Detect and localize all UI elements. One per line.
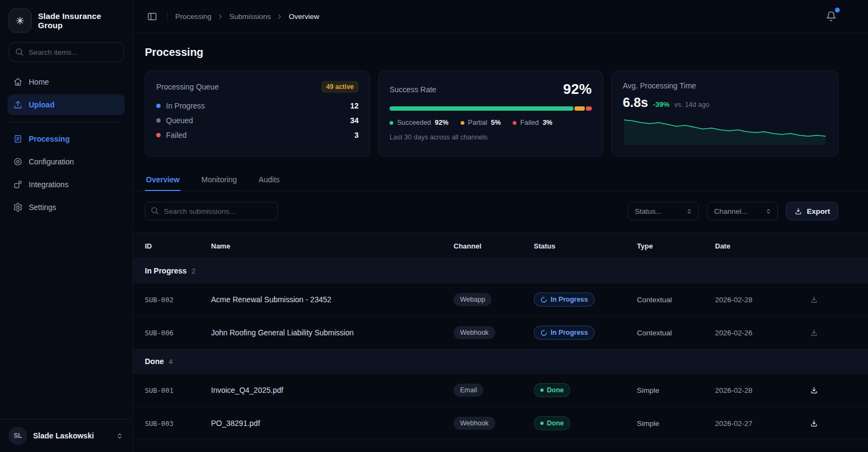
legend-label: Succeeded [397,119,431,126]
sidebar-item-label: Settings [29,203,56,212]
success-rate-legend: Succeeded 92% Partial 5% Failed 3% [390,119,592,126]
column-header-id: ID [145,242,211,250]
cell-date: 2026-02-28 [715,296,807,304]
page-title: Processing [133,33,868,59]
sidebar-nav-primary: Home Upload [8,72,125,115]
status-dot [156,118,161,123]
sidebar-item-processing[interactable]: Processing [8,129,125,149]
blocks-icon [13,180,23,189]
user-menu[interactable]: SL Slade Laskowski [0,419,132,452]
download-button[interactable] [807,326,821,340]
sidebar-item-integrations[interactable]: Integrations [8,174,125,195]
done-dot-icon [540,389,544,392]
sidebar: ✳ Slade Insurance Group Home Upload P [0,0,133,452]
chevron-right-icon [276,13,283,20]
table-row[interactable]: SUB-002Acme Renewal Submission - 23452We… [133,283,868,316]
document-icon [13,134,23,144]
breadcrumb-item[interactable]: Submissions [229,12,271,21]
legend-dot [390,121,393,125]
group-count: 2 [192,267,195,275]
done-dot-icon [540,422,544,425]
column-header-date: Date [715,242,807,250]
tab-audits[interactable]: Audits [258,171,281,190]
spinner-icon [540,296,547,303]
download-button[interactable] [807,293,821,307]
queue-stat-value: 34 [350,116,359,125]
status-badge-done: Done [534,416,570,430]
legend-dot [513,121,516,125]
chevron-up-down-icon [765,208,772,215]
cell-id: SUB-003 [145,419,211,428]
sidebar-nav-secondary: Processing Configuration Integrations Se… [8,129,125,218]
card-title: Success Rate [390,85,436,94]
success-rate-value: 92% [563,81,592,98]
download-button[interactable] [807,417,821,430]
cell-name: PO_38291.pdf [211,419,454,428]
queue-stat-row: Queued 34 [156,116,359,125]
channel-filter-select[interactable]: Channel... [707,202,778,220]
sidebar-toggle-button[interactable] [145,9,159,24]
queue-stat-value: 3 [354,131,359,139]
channel-filter-value: Channel... [714,207,748,215]
legend-label: Partial [468,119,487,126]
success-rate-footnote: Last 30 days across all channels [390,133,592,141]
legend-item: Partial 5% [461,119,501,126]
breadcrumb-item-current: Overview [289,12,319,21]
export-button[interactable]: Export [786,202,838,220]
chevron-right-icon [217,13,224,20]
legend-value: 92% [435,119,449,126]
download-button[interactable] [807,384,821,397]
home-icon [13,77,23,87]
legend-item: Failed 3% [513,119,552,126]
sidebar-item-settings[interactable]: Settings [8,197,125,218]
cell-type: Contextual [637,329,715,337]
submissions-search-input[interactable] [145,202,278,220]
user-name: Slade Laskowski [33,431,110,440]
chevron-up-down-icon [686,208,693,215]
circle-dot-icon [13,157,23,167]
tab-monitoring[interactable]: Monitoring [200,171,238,190]
spinner-icon [540,329,547,336]
sidebar-search-input[interactable] [9,42,124,62]
table-row[interactable]: SUB-001Invoice_Q4_2025.pdfEmailDoneSimpl… [133,374,868,407]
group-label: Done [145,357,164,366]
tab-overview[interactable]: Overview [145,171,181,190]
avg-time-note: vs. 14d ago [674,101,710,109]
queue-stat-label: Failed [166,131,349,139]
brand: ✳ Slade Insurance Group [8,7,125,40]
bar-segment-succeeded [390,106,573,111]
sidebar-item-upload[interactable]: Upload [8,94,125,115]
cell-name: John Roofing General Liability Submissio… [211,328,454,337]
status-badge-in-progress: In Progress [534,292,595,307]
sidebar-item-label: Processing [29,135,69,143]
cell-type: Contextual [637,296,715,304]
sidebar-item-configuration[interactable]: Configuration [8,151,125,172]
cell-type: Simple [637,419,715,428]
bar-segment-failed [586,106,592,111]
search-icon [150,206,159,215]
cell-name: Invoice_Q4_2025.pdf [211,386,454,394]
breadcrumb-item[interactable]: Processing [175,12,212,21]
table-group-header: In Progress2 [133,259,868,283]
table-group-header: Done4 [133,349,868,374]
tab-bar: Overview Monitoring Audits [133,171,868,191]
cell-date: 2026-02-26 [715,329,807,337]
gear-icon [13,202,23,212]
sidebar-divider [9,122,124,122]
table-body: In Progress2SUB-002Acme Renewal Submissi… [133,259,868,440]
column-header-channel: Channel [454,242,534,250]
notifications-button[interactable] [824,9,839,24]
brand-logo-icon: ✳ [9,9,31,33]
export-label: Export [807,207,830,215]
channel-chip: Webhook [454,326,495,339]
avg-time-delta: -39% [653,100,669,109]
cell-type: Simple [637,386,715,394]
processing-queue-card: Processing Queue 49 active In Progress 1… [145,71,370,157]
card-title: Avg. Processing Time [623,81,696,90]
table-row[interactable]: SUB-006John Roofing General Liability Su… [133,316,868,349]
channel-chip: Webhook [454,417,495,430]
status-filter-select[interactable]: Status... [628,202,699,220]
table-row[interactable]: SUB-003PO_38291.pdfWebhookDoneSimple2026… [133,407,868,440]
sidebar-item-home[interactable]: Home [8,72,125,92]
status-badge-in-progress: In Progress [534,326,595,340]
